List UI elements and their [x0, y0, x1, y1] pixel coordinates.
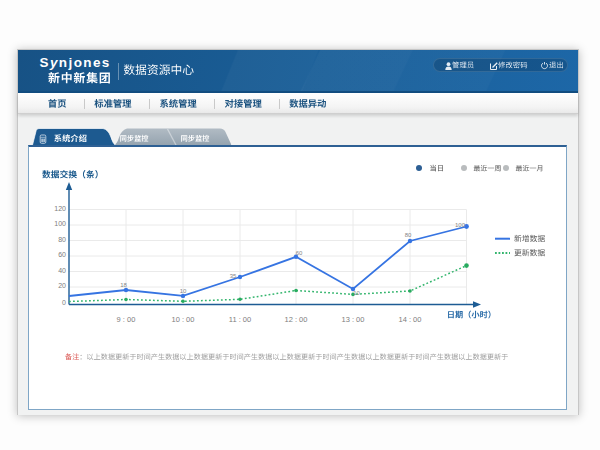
- svg-text:0: 0: [62, 299, 66, 306]
- svg-text:40: 40: [58, 267, 66, 274]
- svg-text:14 : 00: 14 : 00: [399, 315, 422, 324]
- svg-text:80: 80: [58, 236, 66, 243]
- svg-text:100: 100: [54, 220, 66, 227]
- svg-text:20: 20: [58, 282, 66, 289]
- svg-text:10: 10: [180, 288, 187, 294]
- svg-text:100: 100: [455, 222, 466, 228]
- svg-text:11 : 00: 11 : 00: [229, 315, 251, 324]
- svg-text:120: 120: [54, 205, 66, 212]
- svg-text:10: 10: [353, 290, 360, 296]
- svg-text:12 : 00: 12 : 00: [285, 315, 308, 324]
- svg-text:35: 35: [230, 273, 237, 279]
- svg-text:9 : 00: 9 : 00: [117, 315, 136, 324]
- svg-text:10 : 00: 10 : 00: [172, 315, 195, 324]
- svg-text:80: 80: [405, 232, 412, 238]
- svg-text:60: 60: [296, 250, 303, 256]
- svg-text:60: 60: [58, 251, 66, 258]
- svg-text:18: 18: [120, 282, 127, 288]
- svg-text:13 : 00: 13 : 00: [342, 315, 365, 324]
